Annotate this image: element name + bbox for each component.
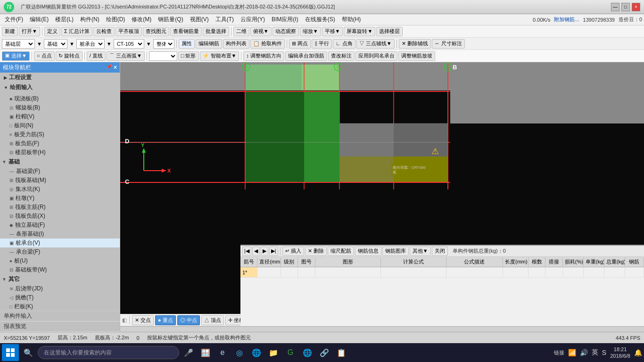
- menu-quantity[interactable]: 钢筋量(Q): [155, 15, 186, 25]
- nav-next[interactable]: ▶: [261, 247, 268, 256]
- sidebar-pin[interactable]: 📌: [106, 64, 112, 71]
- menu-view[interactable]: 视图(V): [187, 15, 212, 25]
- sidebar-close[interactable]: ×: [114, 64, 117, 71]
- tree-section-foundation[interactable]: ▼基础: [0, 157, 120, 167]
- tree-section-settings[interactable]: ▶ 工程设置: [0, 73, 120, 82]
- adjust-slope-button[interactable]: 调整钢筋放坡: [398, 51, 435, 61]
- start-button[interactable]: [2, 344, 19, 361]
- rect-button[interactable]: □ 矩形: [178, 51, 199, 61]
- taskbar-edge-icon[interactable]: ◎: [232, 345, 247, 360]
- menu-modify[interactable]: 修改(M): [129, 15, 154, 25]
- pan-button[interactable]: 平移▼: [322, 27, 343, 36]
- sum-button[interactable]: Σ 汇总计算: [61, 27, 92, 36]
- h-scrollbar[interactable]: [120, 326, 644, 332]
- component-select[interactable]: CT-105: [114, 39, 144, 49]
- volume-icon[interactable]: 🔊: [580, 349, 588, 356]
- menu-file[interactable]: 文件(F): [2, 15, 26, 25]
- tree-item-pile[interactable]: ●桩(U): [0, 256, 120, 265]
- tree-item-parapet[interactable]: □栏板(K): [0, 302, 120, 311]
- snap-vertex[interactable]: △ 顶点: [201, 315, 224, 325]
- tree-item-force-rebar[interactable]: ≡板受力筋(S): [0, 130, 120, 139]
- select-layer-button[interactable]: 选择楼层: [376, 27, 403, 36]
- add-rebar-btn[interactable]: 附加钢筋...: [554, 16, 579, 23]
- tree-item-col-ped[interactable]: ▣柱墩(Y): [0, 194, 120, 203]
- corner-button[interactable]: ∟ 点角: [333, 39, 355, 49]
- menu-edit[interactable]: 编辑(E): [27, 15, 51, 25]
- smart-layout-button[interactable]: ⚡ 智能布置▼: [200, 51, 239, 61]
- taskbar-ie-icon[interactable]: e: [215, 345, 230, 360]
- tree-item-floor-band[interactable]: ⊟楼层板带(H): [0, 148, 120, 157]
- tree-item-sump[interactable]: ◎集水坑(K): [0, 185, 120, 194]
- clock[interactable]: 18:21 2018/6/8: [610, 346, 630, 360]
- apply-same-button[interactable]: 应用到同名承台: [355, 51, 397, 61]
- subtype-select[interactable]: 桩承台: [76, 39, 105, 49]
- zoom-button[interactable]: 缩放▼: [300, 27, 321, 36]
- cloud-check-button[interactable]: 云检查: [93, 27, 115, 36]
- screen-rotate-button[interactable]: 屏幕旋转▼: [344, 27, 375, 36]
- component-list-button[interactable]: 构件列表: [223, 39, 249, 49]
- point-button[interactable]: ○ 点点: [34, 51, 55, 61]
- nav-first[interactable]: |◀: [242, 247, 251, 256]
- arc-button[interactable]: ⌒ 三点画弧▼: [107, 51, 145, 61]
- tree-item-found-band[interactable]: ⊟基础板带(W): [0, 265, 120, 274]
- taskbar-app2-icon[interactable]: 🌐: [300, 345, 315, 360]
- del-aux-button[interactable]: ✕ 删除辅线: [399, 39, 431, 49]
- tree-item-cap[interactable]: ▣柱帽(V): [0, 112, 120, 121]
- menu-bim[interactable]: BIM应用(I): [269, 15, 301, 25]
- new-button[interactable]: 新建: [2, 27, 18, 36]
- tree-item-raft[interactable]: ⊞筏板基础(M): [0, 176, 120, 185]
- line-button[interactable]: / 直线: [87, 51, 106, 61]
- menu-floor[interactable]: 楼层(L): [52, 15, 76, 25]
- pick-component-button[interactable]: 📋 抢取构件: [250, 39, 285, 49]
- view3d-button[interactable]: 俯视▼: [250, 27, 272, 36]
- restore-button[interactable]: □: [621, 3, 630, 11]
- close-panel-btn[interactable]: 关闭: [432, 247, 448, 256]
- view2d-button[interactable]: 二维: [233, 27, 249, 36]
- define-button[interactable]: 定义: [44, 27, 60, 36]
- two-points-button[interactable]: ⊞ 两点: [289, 39, 311, 49]
- floor-select[interactable]: 基础层: [2, 39, 35, 49]
- tree-item-found-beam[interactable]: —基础梁(F): [0, 167, 120, 176]
- tree-section-other[interactable]: ▼其它: [0, 274, 120, 284]
- taskbar-folder-icon[interactable]: 📁: [266, 345, 281, 360]
- menu-component[interactable]: 构件(N): [77, 15, 102, 25]
- nav-last[interactable]: ▶|: [269, 247, 278, 256]
- parallel-button[interactable]: ∥ 平行: [312, 39, 332, 49]
- edit-rebar-button[interactable]: 编辑钢筋: [196, 39, 222, 49]
- taskbar-mic-icon[interactable]: 🎤: [181, 345, 196, 360]
- report-preview-btn[interactable]: 报表预览: [0, 321, 120, 332]
- snap-intersect[interactable]: ✕ 交点: [132, 315, 154, 325]
- tree-item-pile-cap[interactable]: ▣桩承台(V): [0, 239, 120, 247]
- tree-item-canopy[interactable]: ◁挑檐(T): [0, 293, 120, 302]
- single-component-btn[interactable]: 单构件输入: [0, 311, 120, 321]
- type-select[interactable]: 基础: [44, 39, 67, 49]
- rebar-lib-btn[interactable]: 钢筋图库: [382, 247, 409, 256]
- taskbar-store-icon[interactable]: 🪟: [198, 345, 213, 360]
- taskbar-browser-icon[interactable]: 🌐: [249, 345, 264, 360]
- menu-cloud[interactable]: 云应用(Y): [238, 15, 268, 25]
- dynamic-view-button[interactable]: 动态观察: [272, 27, 299, 36]
- nav-prev[interactable]: ◀: [252, 247, 260, 256]
- three-pts-button[interactable]: ▽ 三点辅线▼: [356, 39, 395, 49]
- taskbar-app4-icon[interactable]: 📋: [334, 345, 349, 360]
- insert-btn[interactable]: ↵ 插入: [282, 247, 304, 256]
- close-button[interactable]: ×: [632, 3, 640, 11]
- edit-bearing-button[interactable]: 编辑承台加强筋: [285, 51, 327, 61]
- notification-icon[interactable]: 🔔: [634, 349, 642, 356]
- tree-item-isolated[interactable]: ◆独立基础(F): [0, 221, 120, 230]
- adjust-dir-button[interactable]: ↕ 调整钢筋方向: [243, 51, 284, 61]
- rebar-info-btn[interactable]: 钢筋信息: [355, 247, 381, 256]
- tree-section-drawing[interactable]: ▼ 绘图输入: [0, 82, 120, 92]
- snap-midpoint[interactable]: ● 重点: [155, 315, 176, 325]
- tree-item-slab-gap[interactable]: □板间(N): [0, 121, 120, 130]
- table-row[interactable]: 1*: [240, 267, 644, 278]
- properties-button[interactable]: 属性: [179, 39, 195, 49]
- open-button[interactable]: 打开▼: [19, 27, 40, 36]
- tree-item-raft-main[interactable]: ⊞筏板主筋(R): [0, 203, 120, 212]
- menu-tools[interactable]: 工具(T): [213, 15, 237, 25]
- select-button[interactable]: ▣ 选择▼: [2, 51, 30, 61]
- rotate-pt-button[interactable]: ↻ 旋转点: [56, 51, 83, 61]
- snap-center[interactable]: ◎ 中点: [177, 315, 200, 325]
- search-icon[interactable]: 🔍: [21, 345, 36, 360]
- tree-item-strip[interactable]: —条形基础(I): [0, 230, 120, 239]
